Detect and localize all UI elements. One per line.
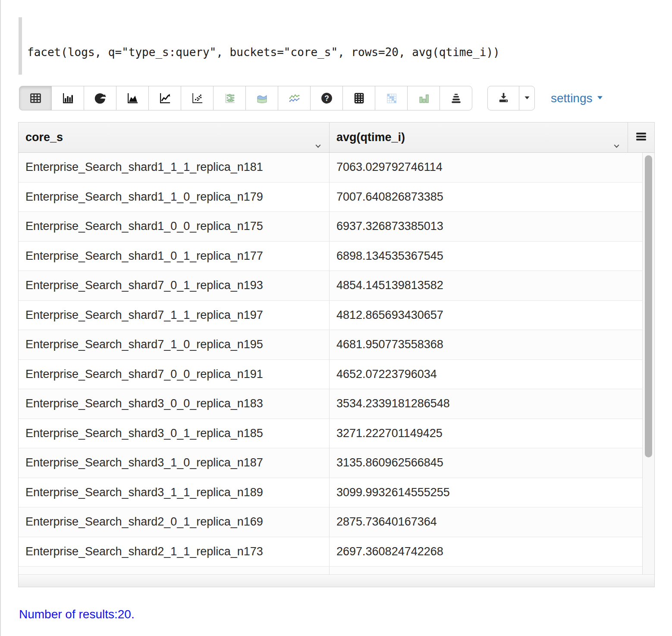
download-icon: [497, 91, 510, 106]
cell-core_s: Enterprise_Search_shard1_1_0_replica_n17…: [19, 183, 330, 212]
cell-avg_qtime_i: 2875.73640167364: [330, 507, 642, 537]
chart-button-column-chart[interactable]: [407, 86, 440, 110]
cell-avg_qtime_i: 3271.222701149425: [330, 419, 642, 448]
vertical-scrollbar[interactable]: [642, 153, 654, 574]
table-row: Enterprise_Search_shard7_0_0_replica_n19…: [19, 360, 642, 390]
svg-text:?: ?: [324, 94, 329, 103]
chart-button-help[interactable]: ?: [310, 86, 343, 110]
grid-menu-button[interactable]: [628, 123, 654, 152]
caret-down-blue-icon: [595, 91, 605, 105]
code-editor[interactable]: facet(logs, q="type_s:query", buckets="c…: [19, 17, 655, 75]
column-header-avg_qtime_i[interactable]: avg(qtime_i): [330, 123, 628, 152]
table-row: Enterprise_Search_shard7_0_1_replica_n19…: [19, 271, 642, 301]
area-chart-icon: [126, 91, 139, 105]
table-row: Enterprise_Search_shard1_1_0_replica_n17…: [19, 183, 642, 212]
cell-avg_qtime_i: [330, 567, 642, 574]
cell-avg_qtime_i: 3099.9932614555255: [330, 478, 642, 507]
table-row: Enterprise_Search_shard3_0_1_replica_n18…: [19, 419, 642, 449]
table-row: [19, 567, 642, 574]
cell-core_s: Enterprise_Search_shard3_0_0_replica_n18…: [19, 389, 330, 419]
stream-area-icon: [255, 91, 269, 105]
cell-core_s: Enterprise_Search_shard3_1_1_replica_n18…: [19, 478, 330, 507]
cell-core_s: Enterprise_Search_shard3_0_1_replica_n18…: [19, 419, 330, 448]
chart-button-multi-line-chart[interactable]: [278, 86, 311, 110]
table-body: Enterprise_Search_shard1_1_1_replica_n18…: [19, 153, 654, 574]
cell-core_s: Enterprise_Search_shard7_0_0_replica_n19…: [19, 360, 330, 389]
column-header-label: avg(qtime_i): [336, 131, 405, 144]
chart-button-heatmap[interactable]: [375, 86, 408, 110]
result-toolbar: ? settings: [19, 86, 605, 110]
horizontal-scrollbar-track[interactable]: [19, 574, 654, 587]
cell-core_s: Enterprise_Search_shard7_0_1_replica_n19…: [19, 271, 330, 300]
table-row: Enterprise_Search_shard2_0_1_replica_n16…: [19, 507, 642, 537]
chart-button-bubble-grid[interactable]: [213, 86, 246, 110]
cell-core_s: Enterprise_Search_shard7_1_1_replica_n19…: [19, 301, 330, 330]
line-chart-icon: [158, 91, 172, 105]
table-row: Enterprise_Search_shard1_1_1_replica_n18…: [19, 153, 642, 183]
zeppelin-paragraph: FINISHED facet(logs, q="type_s:query", b…: [0, 0, 672, 636]
cell-core_s: Enterprise_Search_shard2_0_1_replica_n16…: [19, 507, 330, 537]
download-format-caret-button[interactable]: [519, 86, 535, 110]
cell-avg_qtime_i: 2697.360824742268: [330, 537, 642, 567]
caret-down-icon: [522, 92, 532, 104]
table-row: Enterprise_Search_shard3_1_0_replica_n18…: [19, 448, 642, 478]
data-grid-icon: [352, 91, 366, 105]
cell-core_s: Enterprise_Search_shard1_0_0_replica_n17…: [19, 212, 330, 241]
column-chart-icon: [417, 91, 430, 105]
multi-line-chart-icon: [288, 91, 301, 105]
cell-avg_qtime_i: 4854.145139813582: [330, 271, 642, 300]
cell-core_s: Enterprise_Search_shard3_1_0_replica_n18…: [19, 448, 330, 478]
scatter-chart-icon: [191, 91, 204, 105]
chart-button-scatter-chart[interactable]: [181, 86, 214, 110]
column-header-core_s[interactable]: core_s: [19, 123, 330, 152]
table-row: Enterprise_Search_shard1_0_1_replica_n17…: [19, 242, 642, 271]
cell-avg_qtime_i: 6937.326873385013: [330, 212, 642, 241]
download-button[interactable]: [487, 86, 519, 110]
cell-core_s: [19, 567, 330, 574]
table-row: Enterprise_Search_shard7_1_1_replica_n19…: [19, 301, 642, 331]
cell-avg_qtime_i: 3534.2339181286548: [330, 389, 642, 419]
results-count: Number of results:20.: [19, 608, 135, 621]
settings-label: settings: [551, 91, 593, 105]
bar-chart-icon: [61, 91, 75, 105]
result-table: core_s avg(qtime_i) Enterprise_Search_sh…: [18, 122, 655, 587]
table-row: Enterprise_Search_shard3_0_0_replica_n18…: [19, 389, 642, 419]
scrollbar-thumb[interactable]: [645, 155, 652, 457]
chart-button-bar-chart[interactable]: [51, 86, 84, 110]
cell-avg_qtime_i: 4681.950773558368: [330, 330, 642, 359]
table-row: Enterprise_Search_shard7_1_0_replica_n19…: [19, 330, 642, 360]
cell-core_s: Enterprise_Search_shard1_1_1_replica_n18…: [19, 153, 330, 182]
editor-gutter: [19, 17, 22, 75]
cell-core_s: Enterprise_Search_shard1_0_1_replica_n17…: [19, 242, 330, 271]
table-row: Enterprise_Search_shard1_0_0_replica_n17…: [19, 212, 642, 242]
cell-avg_qtime_i: 7007.640826873385: [330, 183, 642, 212]
cell-core_s: Enterprise_Search_shard2_1_1_replica_n17…: [19, 537, 330, 567]
chart-button-funnel[interactable]: [440, 86, 472, 110]
table-header-row: core_s avg(qtime_i): [19, 123, 654, 153]
bubble-grid-icon: [223, 91, 236, 105]
cell-avg_qtime_i: 4652.07223796034: [330, 360, 642, 389]
table-row: Enterprise_Search_shard2_1_1_replica_n17…: [19, 537, 642, 567]
funnel-icon: [449, 91, 463, 105]
cell-avg_qtime_i: 4812.865693430657: [330, 301, 642, 330]
cell-avg_qtime_i: 7063.029792746114: [330, 153, 642, 182]
chart-button-area-chart[interactable]: [116, 86, 149, 110]
help-icon: ?: [320, 91, 333, 105]
table-body-rows: Enterprise_Search_shard1_1_1_replica_n18…: [19, 153, 642, 574]
cell-avg_qtime_i: 6898.134535367545: [330, 242, 642, 271]
hamburger-icon: [635, 131, 647, 144]
pie-chart-icon: [94, 91, 107, 105]
chart-button-line-chart[interactable]: [148, 86, 181, 110]
table-row: Enterprise_Search_shard3_1_1_replica_n18…: [19, 478, 642, 508]
table-icon: [29, 91, 42, 105]
download-split-button: [487, 86, 535, 110]
chart-button-table[interactable]: [19, 86, 52, 110]
settings-toggle[interactable]: settings: [551, 91, 605, 105]
column-header-label: core_s: [25, 131, 63, 144]
chart-type-toolbar: ?: [19, 86, 472, 110]
chart-button-data-grid[interactable]: [342, 86, 375, 110]
chart-button-stream-area[interactable]: [245, 86, 278, 110]
chart-button-pie-chart[interactable]: [84, 86, 116, 110]
code-line[interactable]: facet(logs, q="type_s:query", buckets="c…: [27, 46, 500, 59]
cell-avg_qtime_i: 3135.860962566845: [330, 448, 642, 478]
